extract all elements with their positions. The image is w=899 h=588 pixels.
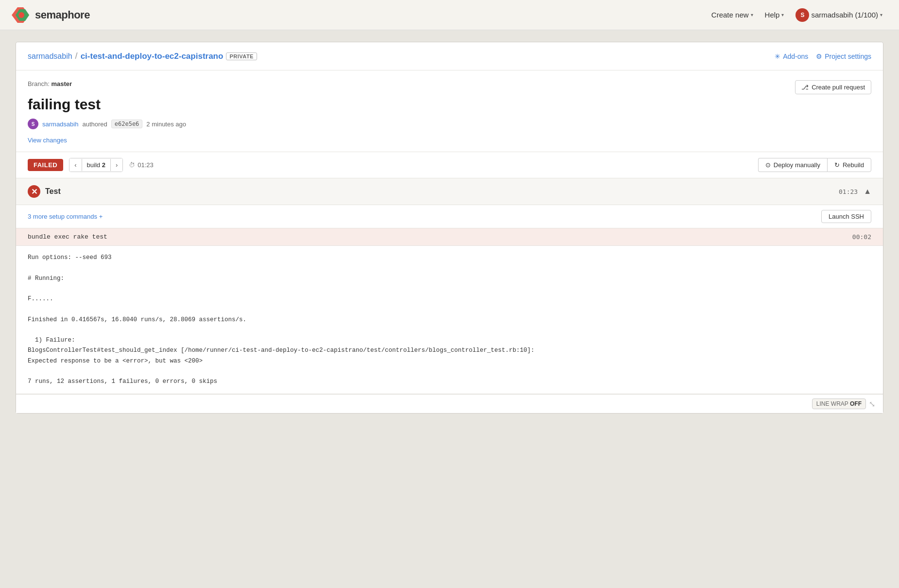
branch-name: master (51, 80, 72, 87)
refresh-icon: ↻ (834, 161, 840, 169)
header-actions: ✳ Add-ons ⚙ Project settings (775, 52, 871, 60)
pull-request-icon: ⎇ (801, 84, 809, 91)
topnav-actions: Create new ▾ Help ▾ S sarmadsabih (1/100… (707, 5, 887, 25)
test-section: ✕ Test 01:23 ▲ 3 more setup commands + L… (16, 178, 883, 413)
clock-icon: ⏱ (129, 161, 135, 169)
help-chevron-icon: ▾ (781, 12, 784, 17)
main-wrapper: sarmadsabih / ci-test-and-deploy-to-ec2-… (0, 30, 899, 425)
test-fail-icon: ✕ (28, 185, 40, 198)
commit-hash-badge: e62e5e6 (111, 120, 143, 128)
test-duration: 01:23 (839, 188, 858, 195)
author-avatar: S (28, 119, 38, 129)
commit-title: failing test (28, 96, 871, 113)
previous-build-button[interactable]: ‹ (69, 158, 81, 172)
test-header-right: 01:23 ▲ (839, 187, 871, 196)
breadcrumb-project-link[interactable]: ci-test-and-deploy-to-ec2-capistrano (81, 52, 224, 61)
build-info: ⎇ Create pull request Branch: master fai… (16, 70, 883, 152)
setup-commands-bar: 3 more setup commands + Launch SSH (16, 205, 883, 228)
branch-line: Branch: master (28, 80, 871, 87)
breadcrumb-separator: / (75, 51, 78, 61)
deploy-manually-button[interactable]: ⊙ Deploy manually (758, 158, 827, 172)
create-new-button[interactable]: Create new ▾ (707, 8, 758, 22)
help-button[interactable]: Help ▾ (760, 8, 789, 22)
command-time: 00:02 (852, 233, 871, 241)
commit-author-link[interactable]: sarmadsabih (42, 121, 78, 128)
test-header-left: ✕ Test (28, 185, 61, 198)
logo-area: semaphore (12, 5, 90, 25)
user-menu-button[interactable]: S sarmadsabih (1/100) ▾ (791, 5, 887, 25)
build-status-left: FAILED ‹ build 2 › ⏱ 01:23 (28, 158, 154, 172)
failed-badge: FAILED (28, 159, 63, 171)
svg-point-2 (18, 12, 24, 18)
build-actions: ⊙ Deploy manually ↻ Rebuild (758, 158, 871, 172)
deploy-icon: ⊙ (765, 161, 771, 169)
project-header: sarmadsabih / ci-test-and-deploy-to-ec2-… (16, 42, 883, 70)
logo-text: semaphore (35, 9, 90, 21)
avatar: S (795, 8, 809, 22)
test-name: Test (45, 187, 61, 196)
command-line: bundle exec rake test 00:02 (16, 228, 883, 246)
breadcrumb-user-link[interactable]: sarmadsabih (28, 52, 72, 61)
output-block: Run options: --seed 693 # Running: F....… (16, 246, 883, 394)
puzzle-icon: ✳ (775, 52, 780, 60)
view-changes-button[interactable]: View changes (28, 137, 67, 144)
addons-button[interactable]: ✳ Add-ons (775, 52, 808, 60)
launch-ssh-button[interactable]: Launch SSH (821, 210, 871, 223)
build-status-bar: FAILED ‹ build 2 › ⏱ 01:23 ⊙ Deploy (16, 152, 883, 178)
test-header: ✕ Test 01:23 ▲ (16, 178, 883, 205)
linewrap-button[interactable]: LINE WRAP OFF (812, 398, 866, 409)
create-new-chevron-icon: ▾ (751, 12, 753, 17)
breadcrumb: sarmadsabih / ci-test-and-deploy-to-ec2-… (28, 51, 257, 61)
content-card: sarmadsabih / ci-test-and-deploy-to-ec2-… (16, 42, 883, 414)
gear-icon: ⚙ (816, 52, 822, 60)
command-text: bundle exec rake test (28, 233, 107, 241)
setup-commands-link[interactable]: 3 more setup commands + (28, 213, 103, 220)
collapse-button[interactable]: ▲ (864, 187, 871, 196)
user-chevron-icon: ▾ (880, 12, 882, 17)
rebuild-button[interactable]: ↻ Rebuild (827, 158, 871, 172)
project-settings-button[interactable]: ⚙ Project settings (816, 52, 871, 60)
topnav: semaphore Create new ▾ Help ▾ S sarmadsa… (0, 0, 899, 30)
build-nav-label: build 2 (82, 159, 111, 171)
build-navigation: ‹ build 2 › (69, 158, 123, 172)
resize-handle-icon[interactable]: ⤡ (869, 399, 875, 409)
visibility-badge: PRIVATE (226, 52, 257, 60)
output-footer: LINE WRAP OFF ⤡ (16, 394, 883, 413)
build-duration: ⏱ 01:23 (129, 161, 154, 169)
linewrap-state: OFF (850, 400, 862, 407)
commit-meta: S sarmadsabih authored e62e5e6 2 minutes… (28, 119, 871, 129)
next-build-button[interactable]: › (111, 158, 122, 172)
semaphore-logo-icon (12, 5, 31, 25)
create-pull-request-button[interactable]: ⎇ Create pull request (795, 80, 871, 94)
